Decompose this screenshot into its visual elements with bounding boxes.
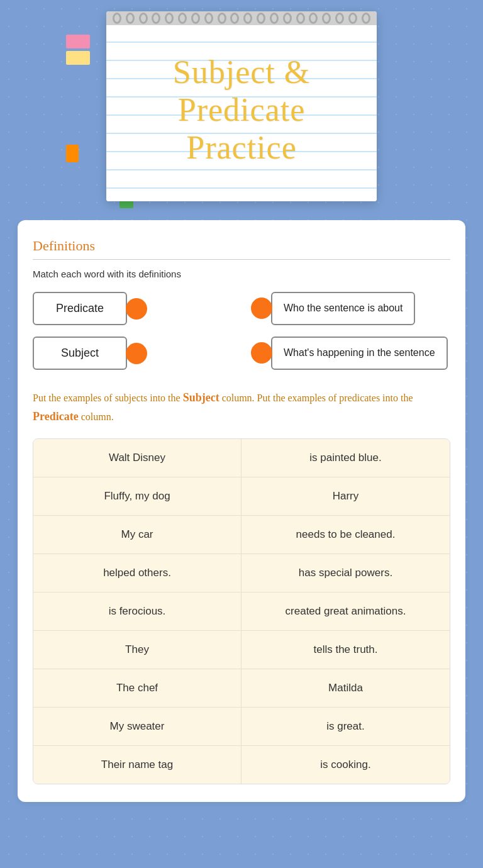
spiral-loop [204,13,213,24]
sort-cell-left[interactable]: Their name tag [33,746,242,784]
whats-happening-connector-circle [251,342,272,364]
spiral-loop [165,13,174,24]
spiral-loop [283,13,292,24]
notebook-title: Subject & Predicate Practice [125,53,358,166]
table-row[interactable]: The chefMatilda [33,669,450,708]
definitions-section: Definitions Match each word with its def… [33,238,450,370]
spiral-loop [113,13,121,24]
match-def-whats-happening: What's happening in the sentence [251,337,450,370]
spiral-loop [322,13,331,24]
spiral-loop [309,13,318,24]
sort-cell-right[interactable]: is painted blue. [242,439,450,477]
spiral-loop [230,13,239,24]
sorting-instructions: Put the examples of subjects into the Su… [33,389,450,426]
table-row[interactable]: is ferocious.created great animations. [33,593,450,631]
spiral-loop [296,13,305,24]
spiral-loop [126,13,135,24]
spiral-loop [270,13,279,24]
spiral-loop [218,13,226,24]
who-connector-circle [251,298,272,319]
sort-cell-left[interactable]: helped others. [33,554,242,592]
subject-connector-circle [126,343,147,364]
table-row[interactable]: My sweateris great. [33,708,450,746]
table-row[interactable]: Theytells the truth. [33,631,450,669]
predicate-connector-circle [126,298,147,320]
subject-term-box[interactable]: Subject [33,337,127,370]
table-row[interactable]: Fluffy, my dogHarry [33,477,450,516]
match-item-subject: Subject [33,337,232,370]
table-row[interactable]: helped others.has special powers. [33,554,450,593]
sort-cell-right[interactable]: Harry [242,477,450,515]
definitions-divider [33,259,450,260]
definitions-title: Definitions [33,238,450,254]
spiral-loop [139,13,148,24]
sort-cell-right[interactable]: needs to be cleaned. [242,516,450,554]
sticky-note-pink [66,35,90,48]
sorting-table: Walt Disneyis painted blue.Fluffy, my do… [33,438,450,784]
main-card: Definitions Match each word with its def… [18,220,465,802]
sort-cell-left[interactable]: They [33,631,242,669]
sort-cell-left[interactable]: The chef [33,669,242,707]
sort-cell-right[interactable]: Matilda [242,669,450,707]
table-row[interactable]: My carneeds to be cleaned. [33,516,450,554]
predicate-term-box[interactable]: Predicate [33,292,127,325]
spiral-loop [257,13,265,24]
spiral-loop [191,13,200,24]
notebook-spiral [106,11,377,25]
whats-happening-definition-box[interactable]: What's happening in the sentence [271,337,448,370]
spiral-loop [152,13,160,24]
spiral-loop [335,13,344,24]
match-item-predicate: Predicate [33,292,232,325]
sort-cell-left[interactable]: My car [33,516,242,554]
sort-cell-left[interactable]: Walt Disney [33,439,242,477]
spiral-loop [348,13,357,24]
sticky-note-yellow [66,51,90,65]
who-definition-box[interactable]: Who the sentence is about [271,292,415,325]
matching-grid: Predicate Who the sentence is about Subj… [33,292,450,370]
sort-cell-left[interactable]: My sweater [33,708,242,745]
sort-cell-right[interactable]: created great animations. [242,593,450,630]
sort-cell-left[interactable]: is ferocious. [33,593,242,630]
sort-cell-right[interactable]: is cooking. [242,746,450,784]
sort-cell-right[interactable]: tells the truth. [242,631,450,669]
spiral-loop [243,13,252,24]
spiral-loop [178,13,187,24]
table-row[interactable]: Their name tagis cooking. [33,746,450,784]
sort-cell-right[interactable]: has special powers. [242,554,450,592]
match-def-who: Who the sentence is about [251,292,450,325]
notebook-lines: Subject & Predicate Practice [106,25,377,201]
table-row[interactable]: Walt Disneyis painted blue. [33,439,450,477]
notebook: Subject & Predicate Practice [106,11,377,201]
match-instruction: Match each word with its definitions [33,269,450,279]
spiral-row [106,13,377,24]
spiral-loop [362,13,370,24]
sort-cell-left[interactable]: Fluffy, my dog [33,477,242,515]
sticky-note-orange [66,145,79,162]
sort-cell-right[interactable]: is great. [242,708,450,745]
sticky-notes-decoration [66,35,90,65]
header-section: Subject & Predicate Practice [0,0,483,220]
